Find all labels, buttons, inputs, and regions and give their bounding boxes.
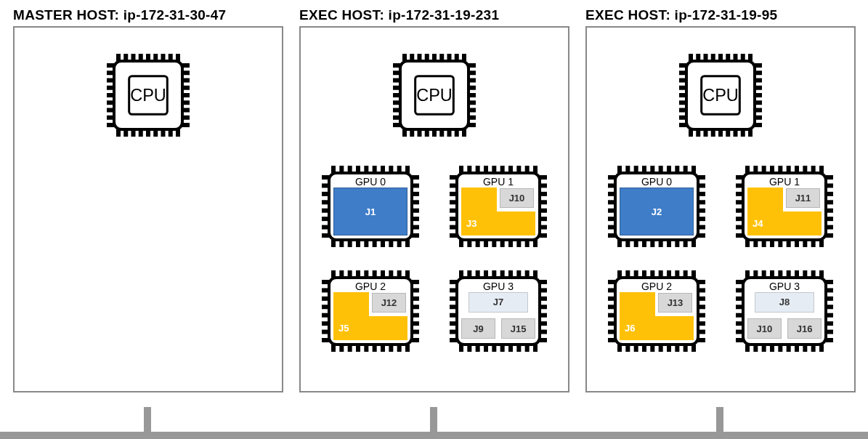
job-block-small: J12 bbox=[372, 293, 406, 312]
gpu-chip: GPU 2 J5 J12 bbox=[316, 267, 425, 355]
cpu-chip-icon: CPU bbox=[673, 48, 768, 142]
job-block-br: J15 bbox=[501, 318, 535, 339]
network-bus bbox=[0, 432, 868, 439]
job-label: J16 bbox=[797, 323, 813, 334]
gpu-label: GPU 3 bbox=[730, 281, 839, 292]
job-label: J10 bbox=[509, 193, 525, 204]
job-label: J2 bbox=[652, 206, 662, 217]
job-label: J15 bbox=[511, 323, 527, 334]
job-label: J3 bbox=[466, 218, 476, 229]
gpu-chip: GPU 2 J6 J13 bbox=[602, 267, 711, 355]
gpu-label: GPU 1 bbox=[444, 176, 553, 188]
gpu-job-layer: J8 J10 J16 bbox=[747, 292, 822, 340]
job-block-main-ext: J5 bbox=[368, 316, 407, 340]
gpu-job-layer: J7 J9 J15 bbox=[461, 292, 535, 340]
gpu-job-layer: J2 bbox=[620, 188, 694, 235]
gpu-row: GPU 2 J6 J13 GPU 3 J8 J10 J16 bbox=[602, 267, 839, 355]
gpu-chip: GPU 1 J3 J10 bbox=[444, 163, 553, 250]
host-box: CPU GPU 0 J2 GPU 1 J4 J11 GPU 2 J6 bbox=[585, 26, 856, 392]
job-block-bl: J9 bbox=[461, 318, 495, 339]
gpu-label: GPU 3 bbox=[444, 281, 553, 292]
host-column: EXEC HOST: ip-172-31-19-231 CPU GPU 0 J1… bbox=[299, 7, 569, 392]
job-label: J11 bbox=[795, 193, 811, 204]
host-box: CPU GPU 0 J1 GPU 1 J3 J10 GPU 2 J5 bbox=[299, 26, 569, 392]
host-column: EXEC HOST: ip-172-31-19-95 CPU GPU 0 J2 … bbox=[585, 7, 856, 392]
host-box: CPU bbox=[13, 26, 283, 392]
gpu-row: GPU 0 J2 GPU 1 J4 J11 bbox=[602, 163, 839, 250]
svg-text:CPU: CPU bbox=[130, 86, 166, 105]
job-block-main-ext: J3 bbox=[495, 212, 535, 235]
gpu-row: GPU 2 J5 J12 GPU 3 J7 J9 J15 bbox=[316, 267, 553, 355]
job-block-main-ext: J4 bbox=[782, 212, 822, 235]
gpu-chip: GPU 0 J2 bbox=[602, 163, 711, 250]
job-label: J7 bbox=[493, 297, 503, 307]
gpu-chip: GPU 3 J8 J10 J16 bbox=[730, 267, 839, 355]
gpu-chip: GPU 0 J1 bbox=[316, 163, 425, 250]
cpu-chip-icon: CPU bbox=[387, 48, 482, 142]
job-label: J9 bbox=[473, 323, 483, 334]
gpu-chip: GPU 1 J4 J11 bbox=[730, 163, 839, 250]
job-label: J10 bbox=[757, 323, 773, 334]
cpu-chip-icon: CPU bbox=[101, 48, 195, 142]
gpu-label: GPU 2 bbox=[316, 281, 425, 292]
job-label: J8 bbox=[779, 297, 790, 307]
job-block: J2 bbox=[620, 188, 694, 235]
gpu-job-layer: J6 J13 bbox=[620, 292, 694, 340]
job-label: J4 bbox=[753, 218, 763, 229]
job-block-top: J7 bbox=[469, 292, 528, 313]
job-block-main-ext: J6 bbox=[654, 316, 694, 340]
job-block: J1 bbox=[333, 188, 407, 235]
job-label: J1 bbox=[365, 206, 376, 217]
svg-text:CPU: CPU bbox=[702, 86, 739, 105]
gpu-job-layer: J4 J11 bbox=[747, 188, 822, 235]
gpu-chip: GPU 3 J7 J9 J15 bbox=[444, 267, 553, 355]
host-title: EXEC HOST: ip-172-31-19-231 bbox=[299, 7, 569, 23]
job-label: J6 bbox=[625, 323, 635, 334]
gpu-label: GPU 0 bbox=[602, 176, 711, 188]
job-block-bl: J10 bbox=[747, 318, 782, 339]
gpu-job-layer: J5 J12 bbox=[333, 292, 407, 340]
job-block-br: J16 bbox=[787, 318, 822, 339]
job-label: J13 bbox=[668, 297, 684, 308]
job-block-small: J13 bbox=[658, 293, 692, 312]
job-block-small: J10 bbox=[500, 188, 534, 207]
gpu-job-layer: J3 J10 bbox=[461, 188, 535, 235]
svg-text:CPU: CPU bbox=[416, 86, 453, 105]
job-label: J12 bbox=[381, 297, 397, 308]
host-title: EXEC HOST: ip-172-31-19-95 bbox=[585, 7, 856, 23]
job-label: J5 bbox=[338, 323, 349, 334]
job-block-top: J8 bbox=[755, 292, 814, 313]
host-column: MASTER HOST: ip-172-31-30-47 CPU bbox=[13, 7, 283, 392]
gpu-label: GPU 0 bbox=[316, 176, 425, 188]
gpu-label: GPU 2 bbox=[602, 281, 711, 292]
gpu-row: GPU 0 J1 GPU 1 J3 J10 bbox=[316, 163, 553, 250]
gpu-label: GPU 1 bbox=[730, 176, 839, 188]
gpu-job-layer: J1 bbox=[333, 188, 407, 235]
job-block-small: J11 bbox=[786, 188, 820, 207]
host-title: MASTER HOST: ip-172-31-30-47 bbox=[13, 7, 283, 23]
